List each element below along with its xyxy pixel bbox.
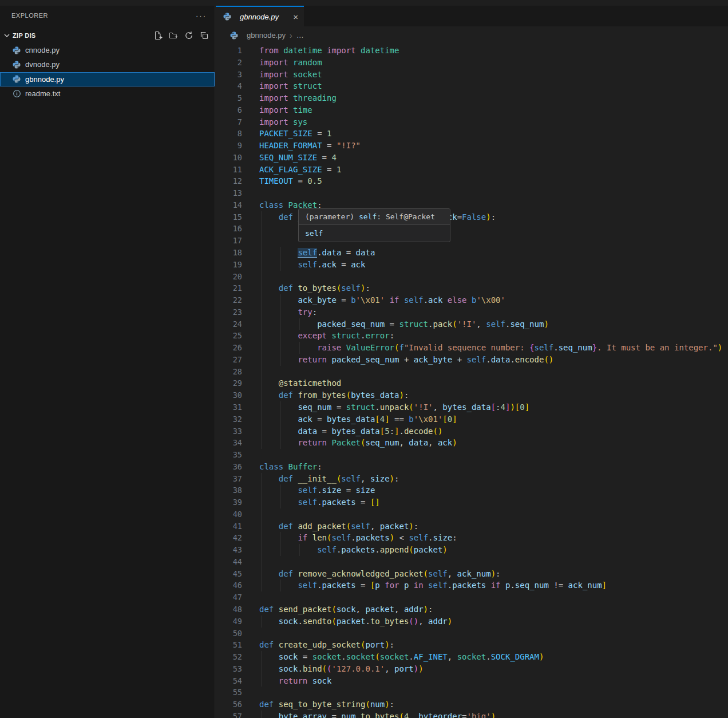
code-line[interactable]: 12TIMEOUT = 0.5 (216, 175, 728, 187)
sidebar-item-cnnode-py[interactable]: cnnode.py (0, 43, 215, 57)
code-line[interactable]: 29 @staticmethod (216, 377, 728, 389)
code-line[interactable]: 39 self.packets = [] (216, 496, 728, 508)
code-line[interactable]: 3import socket (216, 69, 728, 81)
code-line[interactable]: 8PACKET_SIZE = 1 (216, 128, 728, 140)
code-line[interactable]: 5import threading (216, 92, 728, 104)
code-line[interactable]: 14class Packet: (216, 199, 728, 211)
code-line[interactable]: 1from datetime import datetime (216, 45, 728, 57)
editor-region: gbnnode.py × gbnnode.py › … 1from dateti… (216, 6, 728, 718)
breadcrumb-symbol-ellipsis[interactable]: … (296, 31, 304, 40)
code-line[interactable]: 56def seq_to_byte_string(num): (216, 699, 728, 711)
chevron-down-icon (2, 31, 11, 40)
code-line[interactable]: 24 packed_seq_num = struct.pack('!I', se… (216, 318, 728, 330)
code-line[interactable]: 43 self.packets.append(packet) (216, 544, 728, 556)
sidebar-item-dvnode-py[interactable]: dvnode.py (0, 57, 215, 72)
indent-guide (261, 556, 262, 568)
code-line[interactable]: 19 self.ack = ack (216, 259, 728, 271)
code-line[interactable]: 6import time (216, 104, 728, 116)
code-line[interactable]: 53 sock.bind(('127.0.0.1', port)) (216, 663, 728, 675)
close-icon[interactable]: × (293, 13, 298, 21)
explorer-more-actions-icon[interactable]: ··· (196, 11, 207, 20)
indent-guide (280, 342, 281, 354)
code-line[interactable]: 18 self.data = data (216, 247, 728, 259)
code-line[interactable]: 11ACK_FLAG_SIZE = 1 (216, 164, 728, 176)
code-line[interactable]: 31 seq_num = struct.unpack('!I', bytes_d… (216, 401, 728, 413)
code-line[interactable]: 30 def from_bytes(bytes_data): (216, 389, 728, 401)
code-line[interactable]: 46 self.packets = [p for p in self.packe… (216, 579, 728, 591)
code-line[interactable]: 45 def remove_acknowledged_packet(self, … (216, 568, 728, 580)
code-text: self.data = data (259, 247, 728, 259)
code-line[interactable]: 38 self.size = size (216, 484, 728, 496)
code-line[interactable]: 35 (216, 449, 728, 461)
code-line[interactable]: 2import random (216, 57, 728, 69)
code-line[interactable]: 40 (216, 508, 728, 520)
code-line[interactable]: 13 (216, 187, 728, 199)
code-line[interactable]: 32 ack = bytes_data[4] == b'\x01'[0] (216, 413, 728, 425)
code-line[interactable]: 22 ack_byte = b'\x01' if self.ack else b… (216, 294, 728, 306)
code-text: data = bytes_data[5:].decode() (259, 425, 728, 437)
code-text (259, 591, 728, 603)
code-line[interactable]: 25 except struct.error: (216, 330, 728, 342)
indent-guide (261, 294, 262, 306)
code-text: ack_byte = b'\x01' if self.ack else b'\x… (259, 294, 728, 306)
folder-section-header[interactable]: ZIP DIS (0, 29, 215, 42)
code-text: def to_bytes(self): (259, 282, 728, 294)
code-line[interactable]: 42 if len(self.packets) < self.size: (216, 532, 728, 544)
code-line[interactable]: 36class Buffer: (216, 461, 728, 473)
code-line[interactable]: 57 byte_array = num.to_bytes(4, byteorde… (216, 711, 728, 718)
code-line[interactable]: 21 def to_bytes(self): (216, 282, 728, 294)
line-number: 6 (216, 104, 242, 116)
code-text: import struct (259, 80, 728, 92)
line-number: 34 (216, 437, 242, 449)
new-folder-icon[interactable] (169, 31, 178, 40)
refresh-icon[interactable] (184, 31, 193, 40)
code-line[interactable]: 47 (216, 591, 728, 603)
code-line[interactable]: 16 self.seq_num = seq_num (216, 223, 728, 235)
line-number: 36 (216, 461, 242, 473)
code-line[interactable]: 17 (216, 235, 728, 247)
code-line[interactable]: 55 (216, 687, 728, 699)
code-line[interactable]: 27 return packed_seq_num + ack_byte + se… (216, 354, 728, 366)
indent-guide (261, 496, 262, 508)
parameter-hover-tooltip: (parameter) self: Self@Packet self (298, 208, 450, 242)
code-line[interactable]: 51def create_udp_socket(port): (216, 639, 728, 651)
sidebar-item-gbnnode-py[interactable]: gbnnode.py (0, 72, 215, 86)
indent-guide (261, 508, 262, 520)
code-line[interactable]: 15 def __init__(self, seq_num, data, ack… (216, 211, 728, 223)
code-line[interactable]: 28 (216, 366, 728, 378)
code-text: return packed_seq_num + ack_byte + self.… (259, 354, 728, 366)
code-line[interactable]: 9HEADER_FORMAT = "!I?" (216, 140, 728, 152)
code-text (259, 508, 728, 520)
code-line[interactable]: 20 (216, 271, 728, 283)
code-line[interactable]: 33 data = bytes_data[5:].decode() (216, 425, 728, 437)
code-line[interactable]: 44 (216, 556, 728, 568)
tab-gbnnode[interactable]: gbnnode.py × (216, 6, 304, 26)
code-text: self.packets.append(packet) (259, 544, 728, 556)
indent-guide (280, 413, 281, 425)
sidebar-item-readme-txt[interactable]: readme.txt (0, 86, 215, 101)
code-line[interactable]: 7import sys (216, 116, 728, 128)
breadcrumb-file[interactable]: gbnnode.py (247, 31, 286, 40)
code-line[interactable]: 37 def __init__(self, size): (216, 473, 728, 485)
indent-guide (261, 568, 262, 580)
code-line[interactable]: 49 sock.sendto(packet.to_bytes(), addr) (216, 616, 728, 628)
code-line[interactable]: 48def send_packet(sock, packet, addr): (216, 603, 728, 616)
indent-guide (261, 544, 262, 556)
indent-guide (299, 342, 300, 354)
line-number: 19 (216, 259, 242, 271)
line-number: 49 (216, 616, 242, 628)
code-line[interactable]: 23 try: (216, 306, 728, 318)
code-line[interactable]: 52 sock = socket.socket(socket.AF_INET, … (216, 651, 728, 663)
code-line[interactable]: 26 raise ValueError(f"Invalid sequence n… (216, 342, 728, 354)
collapse-icon[interactable] (200, 31, 209, 40)
code-line[interactable]: 4import struct (216, 80, 728, 92)
code-line[interactable]: 34 return Packet(seq_num, data, ack) (216, 437, 728, 449)
line-number: 12 (216, 175, 242, 187)
code-line[interactable]: 54 return sock (216, 675, 728, 687)
new-file-icon[interactable] (153, 31, 163, 40)
code-line[interactable]: 50 (216, 628, 728, 640)
code-text: from datetime import datetime (259, 45, 728, 57)
indent-guide (280, 318, 281, 330)
code-line[interactable]: 10SEQ_NUM_SIZE = 4 (216, 152, 728, 164)
code-line[interactable]: 41 def add_packet(self, packet): (216, 520, 728, 532)
